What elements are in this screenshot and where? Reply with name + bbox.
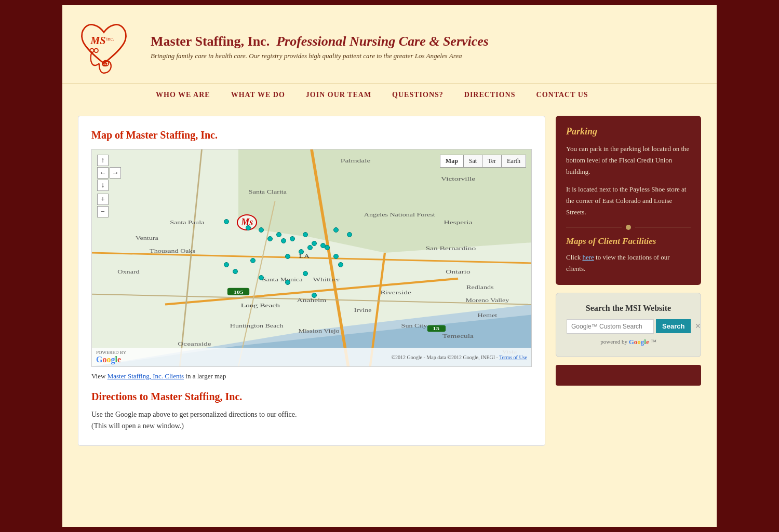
map-credit: ©2012 Google - Map data ©2012 Google, IN…	[392, 354, 528, 360]
map-type-map[interactable]: Map	[440, 155, 464, 167]
map-dot-15	[233, 269, 238, 274]
svg-text:Victorville: Victorville	[441, 175, 475, 182]
svg-text:San Bernardino: San Bernardino	[426, 245, 476, 251]
map-zoom-out-btn[interactable]: −	[97, 206, 109, 217]
view-larger-map: View Master Staffing, Inc. Clients in a …	[91, 372, 532, 380]
map-container[interactable]: 105 15 Palmdale Victorville Santa Clarit…	[91, 149, 532, 367]
map-dot-2	[259, 227, 264, 233]
map-dot-1	[224, 219, 229, 224]
map-left-btn[interactable]: ←	[97, 167, 109, 179]
svg-text:Ontario: Ontario	[446, 268, 471, 275]
svg-rect-14	[227, 288, 249, 295]
svg-text:Hesperia: Hesperia	[444, 220, 472, 226]
map-dot-12	[285, 254, 290, 259]
map-dot-19	[333, 254, 339, 259]
map-type-earth[interactable]: Earth	[502, 155, 526, 167]
map-dot-4	[267, 236, 273, 241]
map-svg: 105 15 Palmdale Victorville Santa Clarit…	[92, 149, 531, 366]
nav-questions[interactable]: QUESTIONS?	[392, 91, 444, 99]
map-dot-17	[285, 280, 290, 285]
main-nav: WHO WE ARE WHAT WE DO JOIN OUR TEAM QUES…	[62, 83, 717, 105]
map-dot-18	[303, 271, 308, 276]
svg-rect-6	[92, 149, 531, 366]
svg-line-9	[92, 253, 531, 263]
site-title-italic: Professional Nursing Care & Services	[276, 34, 489, 49]
map-dot-7	[312, 241, 317, 246]
svg-text:Hemet: Hemet	[478, 312, 498, 318]
map-dot-13	[250, 258, 256, 263]
search-title: Search the MSI Website	[567, 304, 690, 313]
map-footer: POWERED BY Google ©2012 Google - Map dat…	[92, 348, 531, 366]
svg-text:Oceanside: Oceanside	[178, 340, 211, 347]
search-button[interactable]: Search	[656, 319, 691, 333]
directions-text-2: (This will open a new window.)	[91, 420, 532, 432]
facilities-suffix: to view the locations of our clients.	[566, 253, 670, 272]
svg-text:Whittier: Whittier	[313, 276, 340, 282]
map-copyright-text: ©2012 Google - Map data ©2012 Google, IN…	[392, 354, 498, 360]
map-type-buttons: Map Sat Ter Earth	[440, 155, 526, 168]
map-clients-link[interactable]: Master Staffing, Inc. Clients	[108, 372, 184, 380]
svg-text:Irvine: Irvine	[354, 308, 372, 313]
svg-text:Santa Monica: Santa Monica	[262, 277, 303, 282]
map-section-title: Map of Master Staffing, Inc.	[91, 129, 532, 141]
nav-join-our-team[interactable]: JOIN OUR TEAM	[306, 91, 371, 99]
map-dot-25	[338, 262, 343, 267]
svg-text:Temecula: Temecula	[442, 333, 474, 339]
map-zoom-up-btn[interactable]: ↑	[97, 155, 109, 166]
logo-area: MS inc.	[73, 16, 135, 78]
facilities-prefix: Click	[566, 253, 581, 261]
content-area: Map of Master Staffing, Inc.	[62, 105, 717, 456]
map-dot-5	[290, 236, 295, 241]
site-title-main: Master Staffing, Inc.	[151, 34, 270, 49]
map-controls[interactable]: ↑ ← → ↓ + −	[97, 155, 122, 219]
svg-text:Palmdale: Palmdale	[341, 157, 371, 163]
map-down-btn[interactable]: ↓	[97, 180, 109, 191]
powered-by: powered by Google ™	[567, 338, 690, 346]
search-close-icon[interactable]: ✕	[693, 321, 703, 332]
nav-directions[interactable]: DIRECTIONS	[464, 91, 516, 99]
parking-text-1: You can park in the parking lot located …	[566, 143, 691, 178]
map-arrows: ← →	[97, 167, 122, 180]
map-right-btn[interactable]: →	[110, 167, 121, 179]
search-row: Search ✕	[567, 319, 690, 334]
parking-text: You can park in the parking lot located …	[566, 143, 691, 219]
directions-text: Use the Google map above to get personal…	[91, 409, 532, 432]
header-text: Master Staffing, Inc. Professional Nursi…	[151, 34, 701, 60]
map-type-ter[interactable]: Ter	[482, 155, 502, 167]
terms-of-use-link[interactable]: Terms of Use	[499, 354, 527, 360]
directions-title: Directions to Master Staffing, Inc.	[91, 391, 532, 403]
sidebar: Parking You can park in the parking lot …	[556, 116, 701, 446]
svg-text:MS: MS	[90, 35, 105, 46]
powered-by-text: powered by	[600, 338, 627, 344]
svg-text:Huntington Beach: Huntington Beach	[230, 323, 284, 329]
svg-text:Santa Paula: Santa Paula	[170, 220, 205, 225]
svg-point-5	[95, 49, 98, 52]
powered-by-label: POWERED BY	[96, 350, 126, 355]
facilities-link[interactable]: here	[582, 253, 594, 261]
svg-text:Angeles National Forest: Angeles National Forest	[364, 212, 436, 217]
view-suffix: in a larger map	[185, 372, 226, 380]
map-dot-9	[333, 227, 339, 233]
map-type-sat[interactable]: Sat	[464, 155, 482, 167]
map-dot-24	[307, 245, 313, 250]
divider-dot	[626, 225, 631, 230]
map-dot-3	[276, 232, 281, 237]
sidebar-bottom-dark-box	[556, 365, 701, 386]
site-subtitle: Bringing family care in health care. Our…	[151, 52, 701, 60]
svg-text:Anaheim: Anaheim	[297, 297, 327, 303]
svg-line-12	[180, 149, 202, 366]
svg-rect-16	[427, 325, 446, 332]
nav-contact-us[interactable]: CONTACT US	[536, 91, 588, 99]
nav-what-we-do[interactable]: WHAT WE DO	[231, 91, 285, 99]
map-dot-11	[299, 249, 304, 254]
svg-point-3	[105, 62, 108, 64]
map-zoom-in-btn[interactable]: +	[97, 194, 109, 205]
google-small-logo: Google	[629, 338, 651, 346]
svg-text:15: 15	[433, 326, 439, 331]
google-branding: POWERED BY Google	[96, 350, 126, 364]
search-input[interactable]	[567, 319, 654, 334]
svg-text:Ventura: Ventura	[136, 235, 158, 241]
nav-who-we-are[interactable]: WHO WE ARE	[156, 91, 210, 99]
svg-text:Thousand Oaks: Thousand Oaks	[150, 248, 195, 254]
svg-line-8	[312, 149, 348, 366]
